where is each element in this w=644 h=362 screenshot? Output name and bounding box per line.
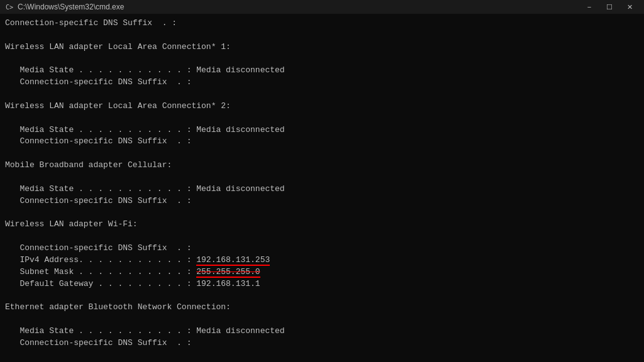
ipv4-value: 192.168.131.253 bbox=[196, 255, 270, 266]
terminal-line-empty bbox=[5, 207, 639, 219]
terminal-line: Media State . . . . . . . . . . . : Medi… bbox=[5, 124, 639, 136]
terminal-line-empty bbox=[5, 148, 639, 160]
terminal-line: Connection-specific DNS Suffix . : bbox=[5, 195, 639, 207]
window-controls: − ☐ ✕ bbox=[580, 1, 639, 13]
close-button[interactable]: ✕ bbox=[620, 1, 639, 13]
terminal-line: Connection-specific DNS Suffix . : bbox=[5, 77, 639, 89]
terminal-line-empty bbox=[5, 314, 639, 326]
terminal-line-empty bbox=[5, 290, 639, 302]
terminal-line-empty bbox=[5, 89, 639, 101]
minimize-button[interactable]: − bbox=[580, 1, 599, 13]
terminal-line-empty bbox=[5, 349, 639, 361]
terminal-line-subnet: Subnet Mask . . . . . . . . . . . : 255.… bbox=[5, 266, 639, 278]
terminal-line: Connection-specific DNS Suffix . : bbox=[5, 243, 639, 255]
terminal-line: Connection-specific DNS Suffix . : bbox=[5, 18, 639, 30]
cmd-icon: C> bbox=[5, 3, 14, 11]
terminal-line: Connection-specific DNS Suffix . : bbox=[5, 136, 639, 148]
maximize-button[interactable]: ☐ bbox=[600, 1, 619, 13]
terminal-line: Media State . . . . . . . . . . . : Medi… bbox=[5, 65, 639, 77]
subnet-value: 255.255.255.0 bbox=[196, 267, 260, 278]
terminal-line-empty bbox=[5, 53, 639, 65]
terminal-line-ipv4: IPv4 Address. . . . . . . . . . . : 192.… bbox=[5, 255, 639, 266]
title-bar: C> C:\Windows\System32\cmd.exe − ☐ ✕ bbox=[0, 0, 644, 14]
terminal-line: Ethernet adapter Bluetooth Network Conne… bbox=[5, 302, 639, 314]
terminal-line-empty bbox=[5, 231, 639, 243]
terminal-line-empty bbox=[5, 112, 639, 124]
terminal-line: Mobile Broadband adapter Cellular: bbox=[5, 160, 639, 172]
terminal-line: Wireless LAN adapter Local Area Connecti… bbox=[5, 41, 639, 53]
window-title: C:\Windows\System32\cmd.exe bbox=[18, 3, 580, 11]
terminal-line: Media State . . . . . . . . . . . : Medi… bbox=[5, 184, 639, 195]
terminal-line-empty bbox=[5, 30, 639, 41]
terminal-line: Wireless LAN adapter Local Area Connecti… bbox=[5, 101, 639, 112]
terminal-line: Connection-specific DNS Suffix . : bbox=[5, 337, 639, 349]
svg-text:C>: C> bbox=[6, 4, 13, 11]
terminal-body: Connection-specific DNS Suffix . : Wirel… bbox=[0, 14, 644, 362]
terminal-line: Wireless LAN adapter Wi-Fi: bbox=[5, 219, 639, 231]
terminal-line-empty bbox=[5, 172, 639, 184]
terminal-line-gateway: Default Gateway . . . . . . . . . : 192.… bbox=[5, 278, 639, 290]
terminal-line: Media State . . . . . . . . . . . : Medi… bbox=[5, 326, 639, 337]
